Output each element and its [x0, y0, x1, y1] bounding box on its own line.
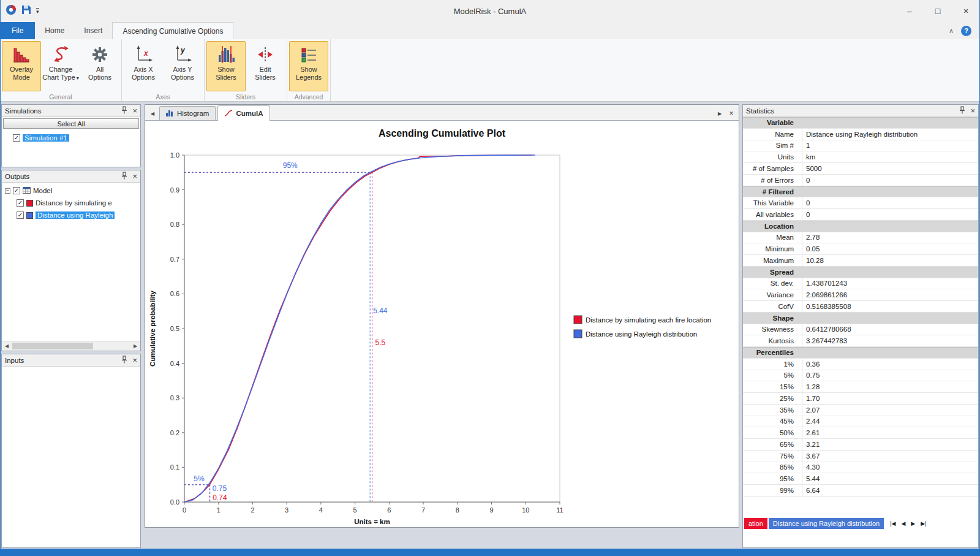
pin-icon[interactable]: [959, 106, 965, 115]
output-item[interactable]: Distance by simulating e: [2, 197, 140, 209]
checkbox-checked-icon[interactable]: [17, 211, 24, 219]
stats-tab-rayleigh[interactable]: Distance using Rayleigh distribution: [769, 518, 884, 529]
scrollbar-thumb[interactable]: [12, 343, 93, 349]
output-label[interactable]: Distance using Rayleigh: [36, 211, 115, 219]
simulation-label[interactable]: Simulation #1: [23, 134, 69, 142]
horizontal-scrollbar[interactable]: ◀ ▶: [2, 341, 140, 351]
stat-value: 1.28: [802, 381, 820, 392]
save-icon[interactable]: [21, 5, 31, 17]
close-button[interactable]: ×: [952, 0, 980, 22]
quick-access-dropdown-icon[interactable]: ▾: [36, 8, 39, 15]
model-tree-item[interactable]: − Model: [2, 185, 140, 197]
tab-insert[interactable]: Insert: [74, 22, 112, 39]
close-panel-icon[interactable]: ×: [132, 107, 137, 115]
stat-label: Name: [743, 129, 802, 140]
axis-x-options-button[interactable]: x Axis X Options: [124, 41, 163, 91]
stat-value: 1.70: [802, 393, 820, 404]
nav-first-icon[interactable]: |◀: [890, 520, 895, 527]
tab-histogram[interactable]: Histogram: [159, 106, 216, 120]
y-tick-label: 0.3: [170, 394, 179, 402]
stat-value: 3.21: [802, 439, 820, 450]
axis-y-icon: y: [173, 44, 192, 66]
pin-icon[interactable]: [121, 106, 127, 115]
x-tick-label: 2: [251, 506, 254, 514]
stat-label: 75%: [743, 451, 802, 462]
outputs-panel-title: Outputs: [5, 173, 29, 180]
pin-icon[interactable]: [121, 356, 127, 365]
chart-close-icon[interactable]: ×: [726, 107, 736, 120]
slider-percent-label: 5%: [194, 474, 205, 483]
show-legends-button[interactable]: Show Legends: [289, 41, 328, 91]
axis-y-options-button[interactable]: y Axis Y Options: [163, 41, 202, 91]
change-chart-type-button[interactable]: Change Chart Type▾: [41, 41, 80, 91]
stat-label: 65%: [743, 439, 802, 450]
ribbon-collapse-icon[interactable]: ∧: [949, 27, 954, 35]
maximize-button[interactable]: □: [924, 0, 952, 22]
change-chart-type-icon: [51, 44, 70, 66]
y-tick-label: 0.7: [170, 256, 179, 263]
pin-icon[interactable]: [121, 172, 127, 181]
tab-histogram-label: Histogram: [177, 110, 209, 117]
stat-label: 25%: [743, 393, 802, 404]
checkbox-checked-icon[interactable]: [17, 199, 24, 207]
close-panel-icon[interactable]: ×: [970, 107, 975, 115]
statistics-section-header: Shape: [743, 313, 978, 324]
stat-value: 2.78: [802, 232, 820, 243]
stat-value: 3.267442783: [802, 335, 847, 346]
tab-file[interactable]: File: [0, 22, 35, 39]
close-panel-icon[interactable]: ×: [132, 172, 137, 180]
button-label: Change: [49, 66, 73, 74]
checkbox-checked-icon[interactable]: [13, 134, 20, 142]
all-options-button[interactable]: All Options: [80, 41, 119, 91]
tab-home[interactable]: Home: [35, 22, 74, 39]
select-all-button[interactable]: Select All: [3, 118, 139, 129]
stat-value: 5000: [802, 163, 822, 174]
tab-ascending-cumulative-options[interactable]: Ascending Cumulative Options: [112, 22, 233, 39]
tab-scroll-right-icon[interactable]: ▶: [715, 107, 725, 120]
stat-value: 0.5168385508: [802, 301, 851, 312]
statistics-table: VariableNameDistance using Rayleigh dist…: [743, 117, 978, 497]
simulations-panel-header: Simulations ×: [2, 105, 140, 117]
stat-value: [802, 267, 806, 278]
show-sliders-button[interactable]: Show Sliders: [206, 41, 246, 91]
model-label[interactable]: Model: [33, 187, 52, 194]
help-icon[interactable]: ?: [961, 26, 971, 36]
outputs-panel-header: Outputs ×: [2, 170, 140, 183]
statistics-row: 25%1.70: [743, 393, 978, 405]
statistics-row: Mean2.78: [743, 232, 978, 244]
nav-next-icon[interactable]: ▶: [911, 520, 915, 527]
tab-scroll-left-icon[interactable]: ◀: [148, 107, 157, 120]
scroll-left-icon[interactable]: ◀: [2, 343, 12, 349]
stat-label: Maximum: [743, 255, 802, 266]
tab-cumula[interactable]: CumulA: [217, 105, 270, 121]
button-label: Options: [171, 74, 194, 82]
statistics-row: 35%2.07: [743, 405, 978, 416]
statistics-row: 5%0.75: [743, 370, 978, 382]
stats-tab-simulated[interactable]: ation: [744, 518, 767, 529]
edit-sliders-button[interactable]: Edit Sliders: [246, 41, 285, 91]
x-tick-label: 11: [556, 506, 563, 514]
cumulative-chart-svg[interactable]: 012345678910110.00.10.20.30.40.50.60.70.…: [145, 139, 737, 527]
close-panel-icon[interactable]: ×: [132, 356, 137, 364]
tab-cumula-label: CumulA: [236, 110, 263, 117]
slider-percent-label: 95%: [283, 161, 298, 170]
statistics-row: Maximum10.28: [743, 255, 978, 267]
overlay-mode-button[interactable]: Overlay Mode: [2, 41, 41, 91]
output-item[interactable]: Distance using Rayleigh: [2, 209, 140, 221]
statistics-row: This Variable0: [743, 197, 978, 209]
output-label[interactable]: Distance by simulating e: [36, 199, 112, 207]
statistics-panel: Statistics × VariableNameDistance using …: [742, 104, 979, 548]
stat-value: 4.30: [802, 462, 820, 473]
button-label: Show: [217, 66, 235, 74]
statistics-section-header: Spread: [743, 267, 978, 278]
nav-last-icon[interactable]: ▶|: [921, 520, 926, 527]
nav-prev-icon[interactable]: ◀: [901, 520, 905, 527]
stat-label: # of Samples: [743, 163, 802, 174]
collapse-expander-icon[interactable]: −: [5, 188, 10, 194]
minimize-button[interactable]: –: [895, 0, 924, 22]
simulation-item[interactable]: Simulation #1: [2, 132, 140, 144]
slider-value-label: 0.74: [213, 493, 227, 502]
ribbon-group-axes: x Axis X Options y Axis Y Options Axes: [122, 39, 205, 101]
checkbox-checked-icon[interactable]: [13, 187, 20, 194]
scroll-right-icon[interactable]: ▶: [130, 343, 140, 349]
